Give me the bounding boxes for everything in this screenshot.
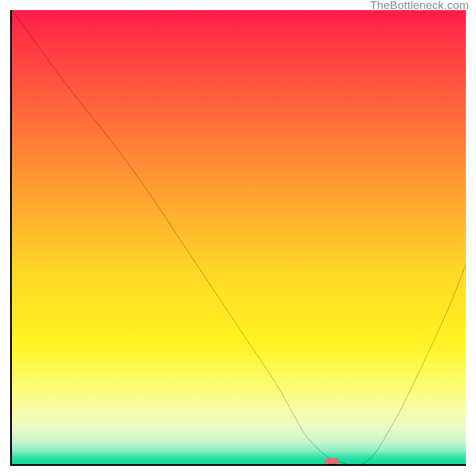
plot-area: [10, 10, 466, 466]
bottleneck-chart: TheBottleneck.com: [0, 0, 476, 476]
gradient-background: [12, 10, 466, 464]
